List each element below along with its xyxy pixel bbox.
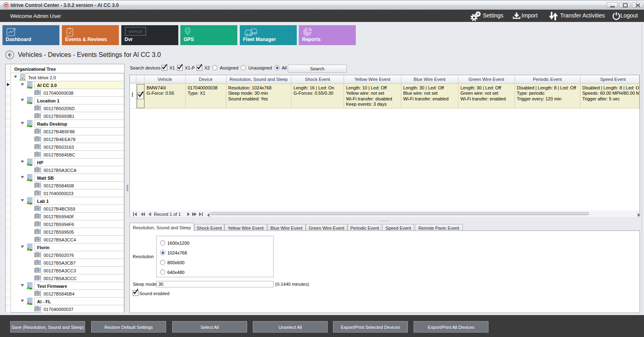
svg-text:MERGE: MERGE (129, 29, 143, 34)
